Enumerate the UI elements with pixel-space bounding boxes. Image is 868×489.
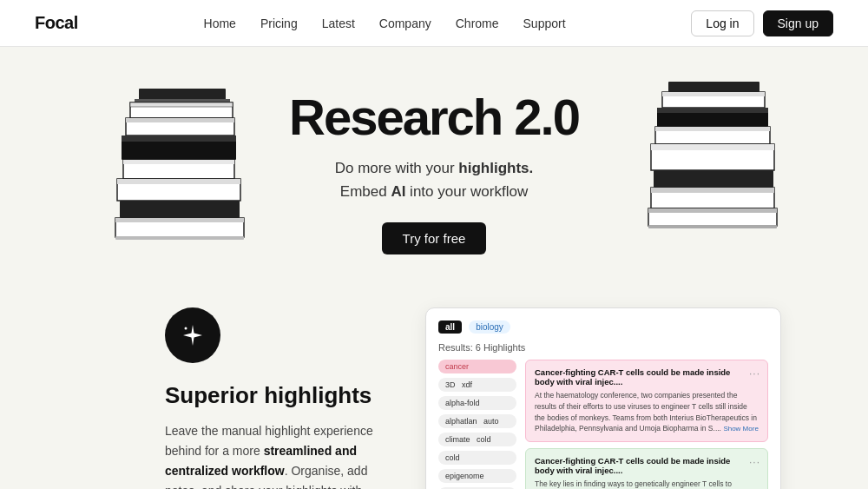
sidebar-tag-3d[interactable]: 3D xdf [438, 378, 516, 392]
book-illustration-left [113, 73, 247, 247]
hero-title: Research 2.0 [289, 91, 579, 144]
sidebar-tag-alphafold[interactable]: alpha-fold [438, 396, 516, 410]
sidebar-tag-cancer[interactable]: cancer [438, 360, 516, 373]
highlight-card-0: ··· Cancer-fighting CAR-T cells could be… [525, 360, 768, 442]
nav-support[interactable]: Support [523, 17, 566, 30]
svg-rect-16 [668, 82, 760, 92]
nav-actions: Log in Sign up [691, 10, 833, 36]
svg-rect-15 [115, 236, 244, 240]
card-text-0: At the haematology conference, two compa… [535, 390, 759, 434]
nav-company[interactable]: Company [379, 17, 431, 30]
svg-rect-9 [123, 160, 234, 164]
card-show-more-0[interactable]: Show More [723, 425, 758, 433]
card-text-1: The key lies in finding ways to genetica… [535, 479, 759, 489]
svg-rect-20 [657, 108, 768, 113]
svg-rect-11 [117, 179, 240, 184]
svg-rect-25 [654, 170, 773, 188]
features-description: Leave the manual highlight experience be… [165, 421, 373, 489]
cta-button[interactable]: Try for free [382, 222, 487, 254]
svg-rect-30 [648, 225, 777, 228]
highlights-panel: all biology Results: 6 Highlights cancer… [425, 307, 781, 489]
features-left: Superior highlights Leave the manual hig… [165, 307, 373, 489]
features-panel: all biology Results: 6 Highlights cancer… [425, 307, 781, 489]
nav-pricing[interactable]: Pricing [260, 17, 298, 30]
sidebar-tag-epigenome[interactable]: cold [438, 451, 516, 465]
login-button[interactable]: Log in [691, 10, 753, 36]
card-menu-0[interactable]: ··· [749, 367, 760, 380]
svg-rect-3 [130, 102, 233, 107]
svg-rect-24 [651, 144, 774, 150]
svg-rect-12 [120, 201, 240, 218]
hero-subtitle-text2: Embed [340, 183, 391, 200]
hero-subtitle-ai: AI [391, 183, 405, 200]
nav-chrome[interactable]: Chrome [456, 17, 499, 30]
panel-tag-biology[interactable]: biology [469, 320, 510, 334]
nav-latest[interactable]: Latest [322, 17, 355, 30]
panel-tag-all[interactable]: all [438, 320, 462, 334]
card-title-0: Cancer-fighting CAR-T cells could be mad… [535, 367, 759, 387]
hero-section: Research 2.0 Do more with your highlight… [0, 47, 868, 290]
hero-subtitle-text1: Do more with your [335, 160, 459, 176]
svg-rect-29 [648, 208, 777, 213]
features-title: Superior highlights [165, 382, 373, 409]
panel-body: cancer 3D xdf alpha-fold alphatlan auto … [438, 360, 768, 489]
panel-results-label: Results: 6 Highlights [438, 342, 768, 353]
panel-sidebar: cancer 3D xdf alpha-fold alphatlan auto … [438, 360, 516, 489]
svg-rect-27 [651, 188, 774, 193]
highlight-card-1: ··· Cancer-fighting CAR-T cells could be… [525, 448, 768, 489]
sidebar-tag-climate[interactable]: climate cold [438, 433, 516, 446]
nav-logo[interactable]: Focal [35, 13, 78, 33]
features-section: Superior highlights Leave the manual hig… [0, 290, 868, 489]
book-illustration-right [647, 73, 781, 234]
panel-header: all biology [438, 320, 768, 334]
sidebar-tag-genetics[interactable]: epigenome [438, 469, 516, 483]
svg-rect-22 [655, 127, 770, 131]
sparkle-svg [179, 321, 207, 349]
hero-subtitle: Do more with your highlights. Embed AI i… [289, 156, 579, 203]
card-title-1: Cancer-fighting CAR-T cells could be mad… [535, 456, 759, 475]
svg-rect-18 [662, 92, 765, 96]
hero-content: Research 2.0 Do more with your highlight… [289, 91, 579, 254]
svg-point-31 [185, 327, 187, 330]
hero-subtitle-bold: highlights. [458, 160, 533, 176]
svg-rect-7 [122, 135, 236, 142]
navbar: Focal Home Pricing Latest Company Chrome… [0, 0, 868, 47]
svg-rect-5 [126, 118, 234, 122]
sidebar-tag-alphatlan[interactable]: alphatlan auto [438, 414, 516, 428]
card-menu-1[interactable]: ··· [749, 456, 760, 468]
signup-button[interactable]: Sign up [763, 10, 833, 36]
nav-home[interactable]: Home [204, 17, 236, 30]
nav-links: Home Pricing Latest Company Chrome Suppo… [204, 16, 566, 31]
hero-subtitle-text3: into your workflow [405, 183, 528, 200]
svg-rect-14 [115, 218, 244, 222]
panel-cards: ··· Cancer-fighting CAR-T cells could be… [525, 360, 768, 489]
sparkle-icon-container [165, 307, 220, 363]
